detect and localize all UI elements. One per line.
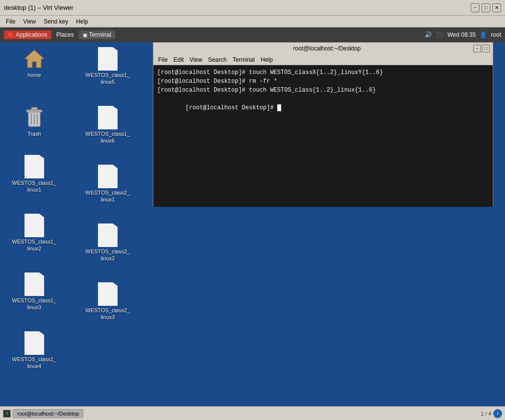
screen-icon[interactable]: ⬛ <box>436 31 443 38</box>
file-label-c2l3: WESTOS_class2_linux3 <box>86 307 130 321</box>
term-menu-file[interactable]: File <box>155 56 170 64</box>
username: root <box>491 31 501 38</box>
volume-icon[interactable]: 🔊 <box>425 31 432 38</box>
app-menu-bar: File View Send key Help <box>0 16 505 27</box>
terminal-line-3: [root@localhost Desktop]# touch WESTOS_c… <box>157 86 489 95</box>
menu-sendkey[interactable]: Send key <box>40 17 72 26</box>
file-label-c1l6: WESTOS_class1_linux6 <box>86 130 130 145</box>
terminal-window-title: root@localhost:~/Desktop <box>181 45 473 52</box>
file-icon-c2l2 <box>96 223 120 247</box>
terminal-window: root@localhost:~/Desktop − □ File Edit V… <box>153 42 493 206</box>
close-button[interactable]: ✕ <box>492 3 501 12</box>
term-menu-edit[interactable]: Edit <box>170 56 187 64</box>
terminal-label: Terminal <box>89 31 111 38</box>
terminal-icon-small: ▣ <box>83 32 87 38</box>
terminal-line-4: [root@localhost Desktop]# <box>157 95 489 121</box>
maximize-button[interactable]: □ <box>481 3 490 12</box>
desktop-icon-c2l2[interactable]: WESTOS_class2_linux2 <box>86 223 130 262</box>
svg-rect-3 <box>31 107 37 110</box>
desktop-icon-c2l1[interactable]: WESTOS_class2_linux1 <box>86 165 130 203</box>
trash-icon-image <box>23 106 46 129</box>
file-icon-c1l6 <box>96 106 120 129</box>
file-label-c1l4: WESTOS_class1_linux4 <box>12 356 57 370</box>
desktop-icon-home[interactable]: home <box>12 47 56 78</box>
term-menu-search[interactable]: Search <box>205 56 230 64</box>
window-controls: − □ ✕ <box>471 3 501 12</box>
taskbar-task[interactable]: root@localhost:~/Desktop <box>13 409 83 418</box>
terminal-window-controls: − □ <box>473 45 490 52</box>
trash-icon-svg <box>24 106 44 129</box>
trash-icon-label: Trash <box>27 130 41 137</box>
panel-right: 🔊 ⬛ Wed 08:35 👤 root <box>425 31 501 38</box>
file-icon-c1l5 <box>96 47 120 71</box>
terminal-minimize-button[interactable]: − <box>473 45 481 52</box>
taskbar: $ root@localhost:~/Desktop 1 / 4 i <box>0 406 505 420</box>
desktop: home Trash WESTOS_class1_linux1 WESTOS_c… <box>0 42 505 406</box>
file-icon-c1l1 <box>23 155 46 178</box>
file-label-c1l2: WESTOS_class1_linux2 <box>12 238 57 252</box>
taskbar-pager[interactable]: 1 / 4 <box>481 411 491 417</box>
taskbar-badge[interactable]: i <box>493 409 502 418</box>
desktop-icon-c1l6[interactable]: WESTOS_class1_linux6 <box>86 106 130 145</box>
terminal-title-bar: root@localhost:~/Desktop − □ <box>153 43 493 54</box>
desktop-icon-c1l1[interactable]: WESTOS_class1_linux1 <box>12 155 56 194</box>
menu-help[interactable]: Help <box>72 17 92 26</box>
file-label-c2l2: WESTOS_class2_linux2 <box>86 248 130 262</box>
taskbar-term-icon: $ <box>3 410 11 418</box>
file-icon-c2l3 <box>96 282 120 306</box>
home-icon-label: home <box>27 72 41 78</box>
clock: Wed 08:35 <box>447 31 476 38</box>
top-panel: 🔴 Applications Places ▣ Terminal 🔊 ⬛ Wed… <box>0 27 505 42</box>
file-label-c1l3: WESTOS_class1_linux3 <box>12 297 57 311</box>
file-label-c1l5: WESTOS_class1_linux5 <box>86 72 130 86</box>
window-title: desktop (1) – Virt Viewer <box>4 4 73 11</box>
terminal-maximize-button[interactable]: □ <box>482 45 490 52</box>
menu-file[interactable]: File <box>2 17 19 26</box>
minimize-button[interactable]: − <box>471 3 480 12</box>
taskbar-left: $ root@localhost:~/Desktop <box>3 409 83 418</box>
terminal-cursor <box>277 104 281 111</box>
file-label-c1l1: WESTOS_class1_linux1 <box>12 179 57 194</box>
apps-icon: 🔴 <box>8 32 14 38</box>
file-icon-c2l1 <box>96 165 120 188</box>
desktop-icon-c1l2[interactable]: WESTOS_class1_linux2 <box>12 214 56 252</box>
file-icon-c1l3 <box>23 272 46 296</box>
panel-left: 🔴 Applications Places ▣ Terminal <box>4 30 115 39</box>
desktop-icon-c1l3[interactable]: WESTOS_class1_linux3 <box>12 272 56 311</box>
term-menu-view[interactable]: View <box>187 56 205 64</box>
terminal-content[interactable]: [root@localhost Desktop]# touch WESTOS_c… <box>153 65 493 207</box>
applications-button[interactable]: 🔴 Applications <box>4 30 51 39</box>
places-button[interactable]: Places <box>53 30 77 39</box>
file-icon-c1l2 <box>23 214 46 237</box>
user-icon: 👤 <box>480 31 487 38</box>
terminal-button[interactable]: ▣ Terminal <box>79 30 115 39</box>
term-menu-help[interactable]: Help <box>258 56 276 64</box>
home-icon-svg <box>24 48 45 70</box>
terminal-line-1: [root@localhost Desktop]# touch WESTOS_c… <box>157 68 489 77</box>
desktop-icon-c2l3[interactable]: WESTOS_class2_linux3 <box>86 282 130 321</box>
desktop-icon-c1l5[interactable]: WESTOS_class1_linux5 <box>86 47 130 86</box>
desktop-icon-c1l4[interactable]: WESTOS_class1_linux4 <box>12 331 56 370</box>
title-bar: desktop (1) – Virt Viewer − □ ✕ <box>0 0 505 16</box>
file-icon-c1l4 <box>23 331 46 355</box>
apps-label: Applications <box>16 31 48 38</box>
taskbar-right: 1 / 4 i <box>481 409 502 418</box>
file-label-c2l1: WESTOS_class2_linux1 <box>86 189 130 203</box>
term-menu-terminal[interactable]: Terminal <box>230 56 258 64</box>
terminal-line-2: [root@localhost Desktop]# rm -fr * <box>157 77 489 86</box>
desktop-icon-trash[interactable]: Trash <box>12 106 56 137</box>
home-icon-image <box>23 47 46 71</box>
menu-view[interactable]: View <box>19 17 40 26</box>
svg-marker-0 <box>24 50 44 68</box>
terminal-menu-bar: File Edit View Search Terminal Help <box>153 54 493 65</box>
